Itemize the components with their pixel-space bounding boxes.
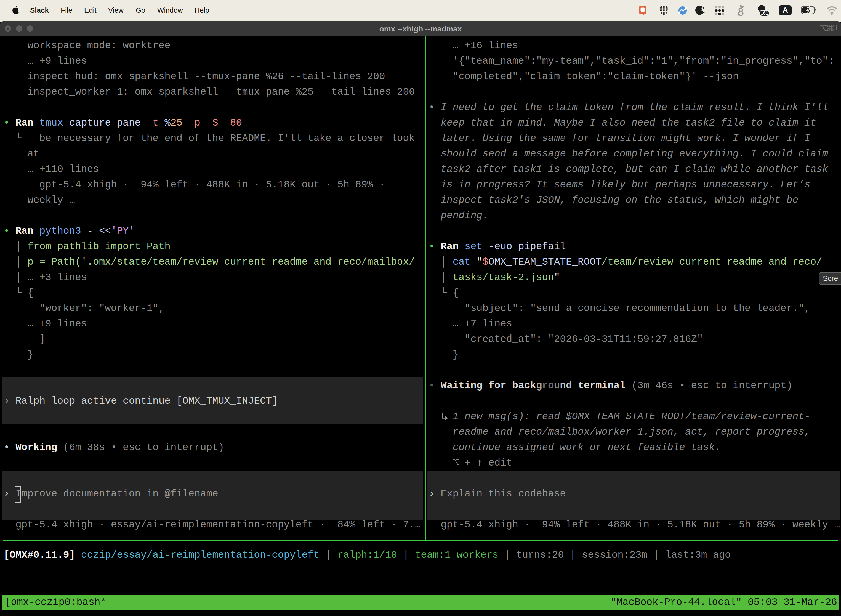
svg-text:1: 1: [834, 24, 838, 32]
svg-text:..61: ..61: [760, 10, 768, 15]
